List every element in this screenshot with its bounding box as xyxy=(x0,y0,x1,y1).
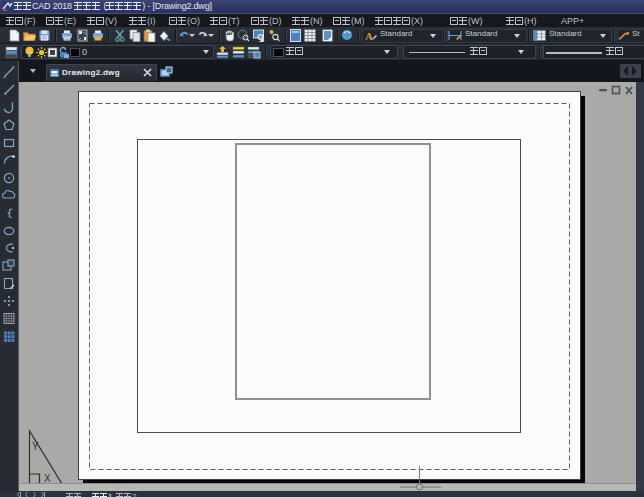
svg-text:Y: Y xyxy=(32,441,39,452)
svg-text:A: A xyxy=(365,30,373,42)
